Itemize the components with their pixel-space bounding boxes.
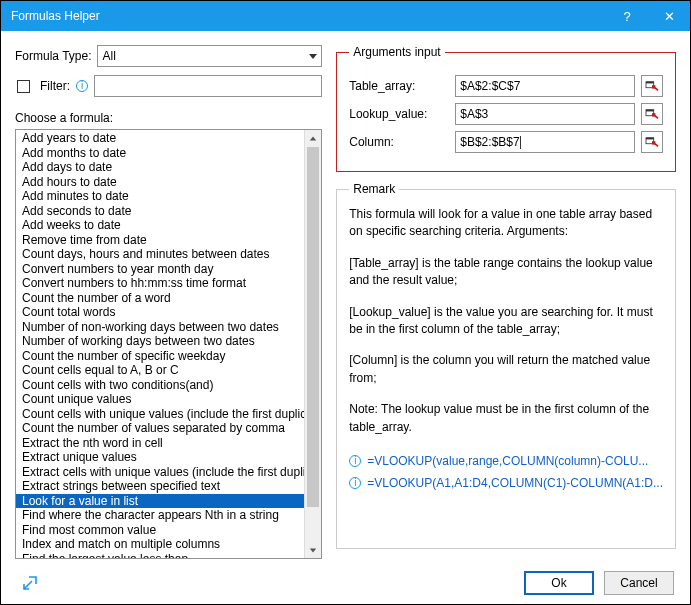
remark-body: This formula will look for a value in on… [349,206,663,450]
cancel-button[interactable]: Cancel [604,571,674,595]
ok-button[interactable]: Ok [524,571,594,595]
remark-fieldset: Remark This formula will look for a valu… [336,182,676,549]
formula-link-2[interactable]: =VLOOKUP(A1,A1:D4,COLUMN(C1)-COLUMN(A1:D… [367,476,663,490]
argument-row: Lookup_value:$A$3 [349,103,663,125]
list-item[interactable]: Add hours to date [16,175,321,190]
list-item[interactable]: Count cells equal to A, B or C [16,363,321,378]
formula-type-label: Formula Type: [15,49,91,63]
argument-row: Column:$B$2:$B$7 [349,131,663,153]
argument-row: Table_array:$A$2:$C$7 [349,75,663,97]
window-title: Formulas Helper [11,9,606,23]
close-button[interactable]: ✕ [648,1,690,31]
list-item[interactable]: Add minutes to date [16,189,321,204]
range-picker-button[interactable] [641,131,663,153]
formula-listbox[interactable]: Add years to dateAdd months to dateAdd d… [15,129,322,559]
choose-formula-label: Choose a formula: [15,111,322,125]
argument-label: Column: [349,135,449,149]
filter-label: Filter: [40,79,70,93]
range-picker-button[interactable] [641,103,663,125]
info-icon[interactable]: i [76,80,88,92]
arguments-fieldset: Arguments input Table_array:$A$2:$C$7Loo… [336,45,676,172]
scroll-up-button[interactable] [305,130,321,147]
popout-icon[interactable] [21,574,39,592]
list-item[interactable]: Count the number of specific weekday [16,349,321,364]
list-item[interactable]: Number of non-working days between two d… [16,320,321,335]
list-item[interactable]: Add months to date [16,146,321,161]
argument-input[interactable]: $A$3 [455,103,635,125]
svg-rect-4 [646,110,654,112]
remark-p2: [Table_array] is the table range contain… [349,255,663,290]
range-picker-button[interactable] [641,75,663,97]
info-icon: i [349,455,361,467]
list-item[interactable]: Find the largest value less than [16,552,321,560]
svg-rect-8 [652,141,655,144]
list-item[interactable]: Count cells with unique values (include … [16,407,321,422]
list-item[interactable]: Number of working days between two dates [16,334,321,349]
svg-rect-2 [652,85,655,88]
svg-rect-7 [646,138,654,140]
info-icon: i [349,477,361,489]
filter-input[interactable] [94,75,322,97]
list-item[interactable]: Extract strings between specified text [16,479,321,494]
list-item[interactable]: Remove time from date [16,233,321,248]
argument-value: $B$2:$B$7 [460,135,519,149]
remark-p4: [Column] is the column you will return t… [349,352,663,387]
formula-type-dropdown[interactable]: All [97,45,322,67]
list-item[interactable]: Add seconds to date [16,204,321,219]
remark-p1: This formula will look for a value in on… [349,206,663,241]
titlebar: Formulas Helper ? ✕ [1,1,690,31]
list-item[interactable]: Find where the character appears Nth in … [16,508,321,523]
list-item[interactable]: Add weeks to date [16,218,321,233]
list-item[interactable]: Find most common value [16,523,321,538]
formula-link-1[interactable]: =VLOOKUP(value,range,COLUMN(column)-COLU… [367,454,648,468]
argument-input[interactable]: $A$2:$C$7 [455,75,635,97]
arguments-legend: Arguments input [349,45,444,59]
list-item[interactable]: Count the number of values separated by … [16,421,321,436]
svg-rect-1 [646,82,654,84]
argument-input[interactable]: $B$2:$B$7 [455,131,635,153]
list-item[interactable]: Look for a value in list [16,494,321,509]
list-item[interactable]: Convert numbers to hh:mm:ss time format [16,276,321,291]
remark-p3: [Lookup_value] is the value you are sear… [349,304,663,339]
list-item[interactable]: Count cells with two conditions(and) [16,378,321,393]
argument-label: Lookup_value: [349,107,449,121]
list-item[interactable]: Index and match on multiple columns [16,537,321,552]
list-item[interactable]: Extract the nth word in cell [16,436,321,451]
list-item[interactable]: Count days, hours and minutes between da… [16,247,321,262]
help-button[interactable]: ? [606,1,648,31]
scrollbar[interactable] [304,130,321,558]
filter-checkbox[interactable] [17,80,30,93]
argument-value: $A$3 [460,107,488,121]
argument-label: Table_array: [349,79,449,93]
formula-type-value: All [102,49,115,63]
list-item[interactable]: Count total words [16,305,321,320]
svg-rect-5 [652,113,655,116]
scroll-thumb[interactable] [307,147,319,507]
list-item[interactable]: Convert numbers to year month day [16,262,321,277]
list-item[interactable]: Add days to date [16,160,321,175]
list-item[interactable]: Extract cells with unique values (includ… [16,465,321,480]
list-item[interactable]: Count the number of a word [16,291,321,306]
argument-value: $A$2:$C$7 [460,79,520,93]
list-item[interactable]: Extract unique values [16,450,321,465]
list-item[interactable]: Add years to date [16,131,321,146]
remark-legend: Remark [349,182,399,196]
remark-p5: Note: The lookup value must be in the fi… [349,401,663,436]
list-item[interactable]: Count unique values [16,392,321,407]
scroll-down-button[interactable] [305,541,321,558]
